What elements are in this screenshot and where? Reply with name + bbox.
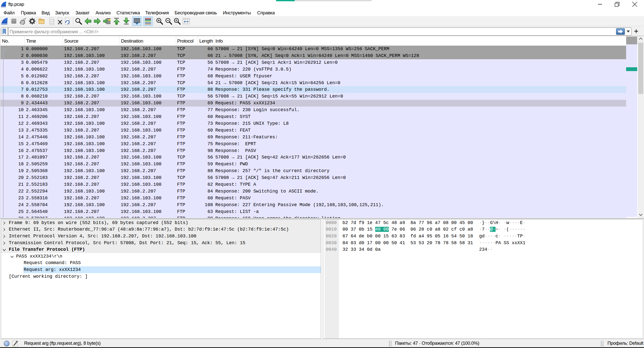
svg-text:0110: 0110 <box>50 21 54 22</box>
svg-text:0111: 0111 <box>50 22 54 24</box>
svg-text:0101: 0101 <box>50 19 54 21</box>
